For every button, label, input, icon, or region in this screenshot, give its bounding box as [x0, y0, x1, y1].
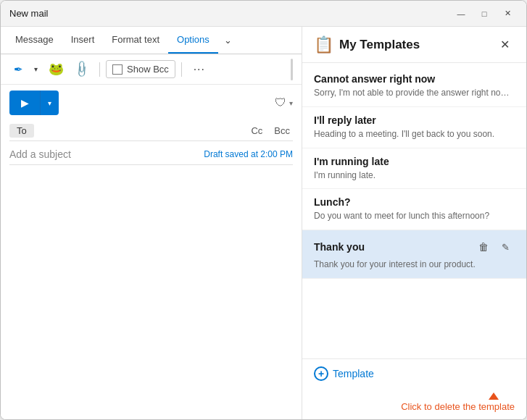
send-arrow-icon: ▶: [21, 97, 29, 109]
template-item-header: I'll reply later: [314, 114, 515, 126]
window-title: New mail: [9, 8, 451, 19]
title-bar: New mail — □ ✕: [1, 1, 526, 27]
add-template-button[interactable]: + Template: [314, 366, 515, 381]
template-title: I'll reply later: [314, 114, 515, 126]
template-item-thank-you[interactable]: Thank you 🗑 ✎ Thank you for your interes…: [302, 230, 526, 279]
templates-header-icon: 📋: [314, 35, 333, 54]
minimize-button[interactable]: —: [451, 7, 471, 21]
template-item-running-late[interactable]: I'm running late I'm running late.: [302, 148, 526, 190]
pen-icon[interactable]: ✒: [7, 59, 30, 80]
show-bcc-button[interactable]: Show Bcc: [106, 60, 175, 78]
subject-row: Add a subject Draft saved at 2:00 PM: [9, 144, 293, 165]
templates-footer: + Template: [302, 358, 526, 387]
shield-icon: 🛡: [275, 96, 286, 109]
compose-area: ▶ ▾ 🛡 ▾ To Cc Bcc: [1, 85, 302, 419]
tab-more[interactable]: ⌄: [218, 27, 238, 54]
to-label: To: [9, 124, 34, 138]
toolbar-divider-2: [181, 62, 182, 77]
add-circle-icon: +: [314, 366, 328, 381]
templates-panel: 📋 My Templates ✕ Cannot answer right now…: [302, 27, 526, 419]
template-item-lunch[interactable]: Lunch? Do you want to meet for lunch thi…: [302, 189, 526, 230]
tab-insert[interactable]: Insert: [62, 27, 104, 54]
more-options-icon[interactable]: ···: [188, 59, 211, 80]
mail-window: New mail — □ ✕ Message Insert Format tex…: [0, 0, 527, 420]
template-actions: 🗑 ✎: [474, 238, 515, 256]
template-title: I'm running late: [314, 156, 515, 167]
template-body: Sorry, I'm not able to provide the answe…: [314, 87, 515, 99]
templates-close-button[interactable]: ✕: [494, 35, 515, 55]
edit-template-button[interactable]: ✎: [496, 238, 515, 256]
add-template-label: Template: [333, 368, 374, 379]
mail-panel: Message Insert Format text Options ⌄: [1, 27, 302, 419]
send-chevron-icon: ▾: [48, 99, 51, 107]
options-toolbar: ✒ ▾ 🐸 📎 Show Bcc: [1, 54, 302, 85]
window-controls: — □ ✕: [451, 7, 518, 21]
security-area: 🛡 ▾: [275, 96, 293, 109]
send-area: ▶ ▾ 🛡 ▾: [9, 91, 293, 115]
main-content: Message Insert Format text Options ⌄: [1, 27, 526, 419]
tab-bar: Message Insert Format text Options ⌄: [1, 27, 302, 54]
template-body: I'm running late.: [314, 169, 515, 182]
template-item-header: Lunch?: [314, 196, 515, 208]
cc-bcc-buttons: Cc Bcc: [248, 124, 293, 138]
tooltip-area: Click to delete the template: [302, 387, 526, 419]
pen-dropdown[interactable]: ▾: [30, 59, 41, 80]
maximize-button[interactable]: □: [474, 7, 494, 21]
toolbar-scroll: [287, 59, 296, 80]
sticker-icon[interactable]: 🐸: [44, 59, 67, 80]
template-title: Cannot answer right now: [314, 73, 515, 85]
attach-icon[interactable]: 📎: [70, 59, 94, 80]
template-item-header: Cannot answer right now: [314, 73, 515, 85]
to-input[interactable]: [40, 125, 249, 136]
to-row: To Cc Bcc: [9, 121, 293, 141]
show-bcc-label: Show Bcc: [127, 64, 169, 75]
tab-format-text[interactable]: Format text: [103, 27, 168, 54]
send-dropdown-button[interactable]: ▾: [40, 91, 59, 115]
subject-placeholder: Add a subject: [9, 148, 204, 160]
body-area[interactable]: [9, 165, 293, 413]
cc-button[interactable]: Cc: [248, 124, 265, 138]
template-title: Thank you: [314, 241, 474, 253]
template-item-reply-later[interactable]: I'll reply later Heading to a meeting. I…: [302, 107, 526, 148]
template-item-header: Thank you 🗑 ✎: [314, 238, 515, 256]
tooltip-arrow-icon: [489, 392, 499, 400]
security-dropdown-icon[interactable]: ▾: [289, 99, 293, 107]
template-body: Do you want to meet for lunch this after…: [314, 210, 515, 222]
templates-header: 📋 My Templates ✕: [302, 27, 526, 63]
template-body: Heading to a meeting. I'll get back to y…: [314, 128, 515, 140]
pen-group: ✒ ▾: [7, 59, 41, 80]
templates-panel-title: My Templates: [339, 38, 489, 52]
delete-template-button[interactable]: 🗑: [474, 238, 493, 256]
toolbar-divider: [99, 62, 100, 77]
edit-icon: ✎: [502, 242, 510, 253]
templates-list: Cannot answer right now Sorry, I'm not a…: [302, 63, 526, 358]
delete-icon: 🗑: [478, 241, 489, 253]
tooltip-text: Click to delete the template: [401, 401, 515, 412]
template-body: Thank you for your interest in our produ…: [314, 259, 515, 271]
template-item-header: I'm running late: [314, 156, 515, 167]
tab-message[interactable]: Message: [7, 27, 62, 54]
tab-options[interactable]: Options: [168, 27, 218, 54]
send-button[interactable]: ▶: [9, 91, 40, 115]
template-item-cannot-answer[interactable]: Cannot answer right now Sorry, I'm not a…: [302, 66, 526, 107]
draft-status: Draft saved at 2:00 PM: [204, 149, 293, 159]
close-button[interactable]: ✕: [497, 7, 518, 21]
show-bcc-checkbox[interactable]: [112, 64, 123, 75]
bcc-button[interactable]: Bcc: [271, 124, 293, 138]
template-title: Lunch?: [314, 196, 515, 208]
